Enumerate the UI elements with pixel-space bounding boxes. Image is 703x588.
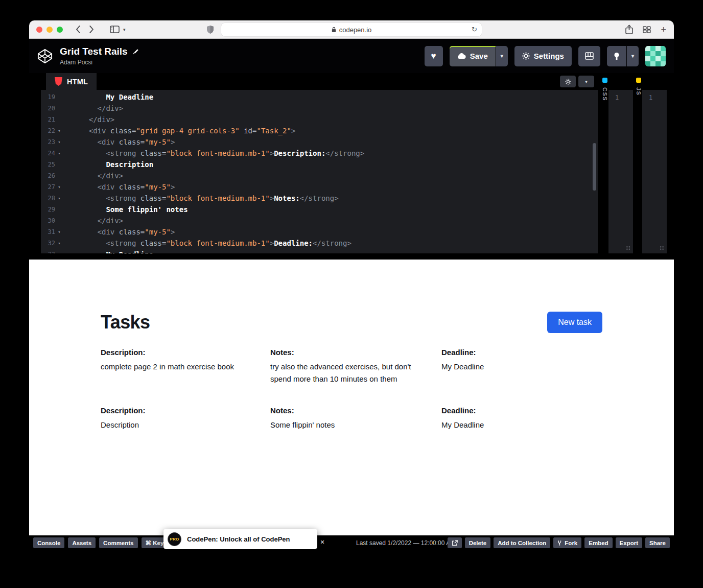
code-line[interactable]: 27▾<div class="my-5">	[41, 181, 598, 193]
save-options-button[interactable]: ▾	[496, 46, 508, 66]
sidebar-toggle-button[interactable]	[110, 26, 120, 33]
code-text: <strong class="block font-medium.mb-1">D…	[63, 238, 352, 249]
task-notes: Notes:Some flippin' notes	[270, 406, 441, 431]
back-button[interactable]	[75, 25, 81, 34]
sidebar-chevron-button[interactable]: ▾	[123, 27, 126, 32]
task-list: Description:complete page 2 in math exer…	[101, 348, 602, 431]
footer-button-assets[interactable]: Assets	[68, 537, 96, 548]
code-line[interactable]: 30</div>	[41, 215, 598, 226]
edit-title-button[interactable]	[132, 48, 139, 55]
new-tab-button[interactable]: +	[661, 25, 666, 34]
footer-button-comments[interactable]: Comments	[99, 537, 137, 548]
css-tab-strip[interactable]: CSS	[601, 73, 608, 253]
resize-handle-icon[interactable]	[626, 246, 630, 250]
code-line[interactable]: 33My Deadline	[41, 249, 598, 253]
editor-region: HTML	[29, 73, 674, 253]
tab-html[interactable]: HTML	[46, 73, 97, 90]
close-icon: ×	[320, 538, 324, 546]
fold-spacer	[55, 215, 63, 226]
refresh-button[interactable]: ↻	[472, 26, 477, 34]
pin-button[interactable]	[607, 46, 626, 66]
pin-options-button[interactable]: ▾	[627, 46, 639, 66]
fold-arrow-icon[interactable]: ▾	[55, 136, 63, 148]
code-line[interactable]: 31▾<div class="my-5">	[41, 226, 598, 238]
fold-arrow-icon[interactable]: ▾	[55, 148, 63, 159]
fold-arrow-icon[interactable]: ▾	[55, 226, 63, 238]
footer-button-delete[interactable]: Delete	[465, 537, 491, 548]
tab-overview-button[interactable]	[643, 26, 651, 33]
close-window-button[interactable]	[36, 27, 42, 33]
forward-button[interactable]	[89, 25, 95, 34]
code-text: <div class="my-5">	[63, 181, 175, 193]
footer-button-open-external[interactable]	[448, 537, 462, 548]
code-line[interactable]: 26</div>	[41, 170, 598, 181]
plus-icon: +	[661, 25, 666, 35]
zoom-window-button[interactable]	[57, 27, 63, 33]
fold-arrow-icon[interactable]: ▾	[55, 193, 63, 204]
save-button[interactable]: Save	[450, 46, 496, 66]
editor-collapse-button[interactable]: ▾	[578, 76, 594, 87]
chevron-down-icon: ▾	[501, 54, 503, 59]
code-line[interactable]: 21</div>	[41, 114, 598, 125]
code-line[interactable]: 19My Deadline	[41, 91, 598, 103]
address-bar[interactable]: codepen.io ↻	[221, 23, 482, 36]
heart-icon: ♥	[431, 52, 436, 60]
profile-avatar[interactable]	[645, 46, 666, 66]
settings-button-label: Settings	[534, 52, 564, 60]
fold-arrow-icon[interactable]: ▾	[55, 181, 63, 193]
editor-footer: ConsoleAssetsComments⌘ Keys PRO CodePen:…	[29, 535, 674, 551]
pen-author: Adam Pocsi	[60, 59, 139, 66]
resize-handle-icon[interactable]	[660, 246, 664, 250]
code-line[interactable]: 29Some flippin' notes	[41, 204, 598, 215]
css-icon	[602, 78, 607, 83]
preview-pane: Tasks New task Description:complete page…	[29, 260, 674, 535]
fold-arrow-icon[interactable]: ▾	[55, 125, 63, 136]
editor-scrollbar[interactable]	[593, 143, 596, 191]
share-button[interactable]	[625, 25, 633, 34]
line-number: 27	[41, 181, 55, 193]
codepen-logo-icon[interactable]	[37, 49, 53, 64]
code-text: <strong class="block font-medium.mb-1">N…	[63, 193, 339, 204]
privacy-report-button[interactable]	[206, 25, 214, 34]
js-line-number: 1	[642, 90, 667, 101]
tab-html-label: HTML	[67, 78, 88, 86]
js-code-editor[interactable]: 1	[642, 90, 667, 253]
editor-settings-button[interactable]	[560, 76, 576, 87]
footer-button-embed[interactable]: Embed	[584, 537, 612, 548]
code-line[interactable]: 25Description	[41, 159, 598, 170]
fold-spacer	[55, 204, 63, 215]
code-line[interactable]: 22▾<div class="grid gap-4 grid-cols-3" i…	[41, 125, 598, 136]
task-deadline-label: Deadline:	[441, 406, 602, 415]
code-text: </div>	[63, 103, 123, 114]
editor-preview-divider[interactable]	[29, 253, 674, 260]
sidebar-controls: ▾	[110, 26, 126, 33]
css-editor-pane-collapsed[interactable]: CSS 1	[601, 73, 633, 253]
footer-button-add-to-collection[interactable]: Add to Collection	[494, 537, 550, 548]
minimize-window-button[interactable]	[46, 27, 53, 33]
code-line[interactable]: 20</div>	[41, 103, 598, 114]
footer-button-console[interactable]: Console	[33, 537, 64, 548]
task-deadline: Deadline:My Deadline	[441, 406, 602, 431]
preview-header: Tasks New task	[101, 260, 602, 333]
line-number: 25	[41, 159, 55, 170]
like-button[interactable]: ♥	[425, 46, 443, 66]
editor-tools: ▾	[560, 76, 594, 87]
change-view-button[interactable]	[578, 46, 600, 66]
code-line[interactable]: 24▾<strong class="block font-medium.mb-1…	[41, 148, 598, 159]
js-editor-pane-collapsed[interactable]: JS 1	[635, 73, 667, 253]
fold-arrow-icon[interactable]: ▾	[55, 238, 63, 249]
code-line[interactable]: 32▾<strong class="block font-medium.mb-1…	[41, 238, 598, 249]
js-tab-strip[interactable]: JS	[635, 73, 642, 253]
task-deadline-value: My Deadline	[441, 361, 601, 373]
pin-button-group: ▾	[607, 46, 639, 66]
code-line[interactable]: 23▾<div class="my-5">	[41, 136, 598, 148]
footer-button-export[interactable]: Export	[616, 537, 642, 548]
footer-button-share[interactable]: Share	[645, 537, 670, 548]
code-line[interactable]: 28▾<strong class="block font-medium.mb-1…	[41, 193, 598, 204]
new-task-button[interactable]: New task	[547, 312, 602, 333]
settings-button[interactable]: Settings	[514, 46, 572, 66]
css-code-editor[interactable]: 1	[608, 90, 633, 253]
popup-close-button[interactable]: ×	[320, 538, 324, 546]
footer-button-fork[interactable]: Fork	[553, 537, 581, 548]
html-code-editor[interactable]: 19My Deadline20</div>21</div>22▾<div cla…	[41, 90, 598, 253]
